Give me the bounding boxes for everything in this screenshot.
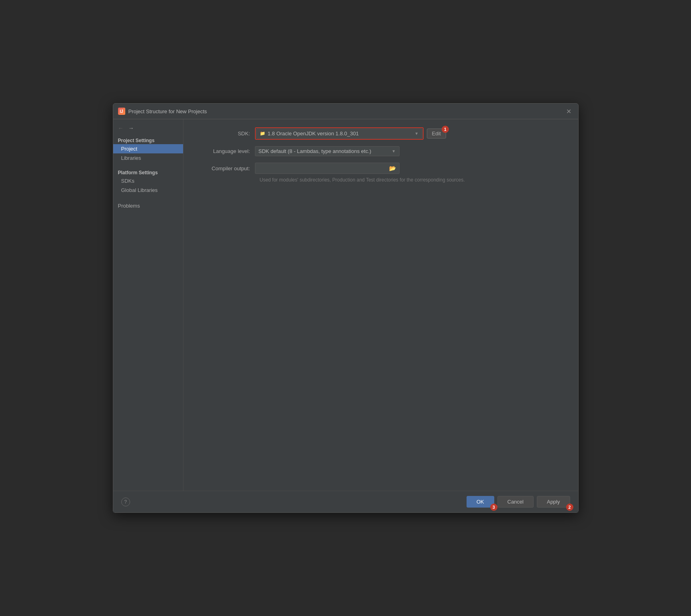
apply-badge: 2 — [566, 504, 573, 511]
apply-button[interactable]: Apply — [537, 496, 570, 508]
sdk-folder-icon: 📁 — [260, 131, 265, 136]
sdk-dropdown-wrapper: 📁 1.8 Oracle OpenJDK version 1.8.0_301 ▼ — [255, 127, 424, 140]
title-bar: IJ Project Structure for New Projects ✕ — [113, 104, 578, 119]
help-button[interactable]: ? — [121, 498, 130, 506]
dialog-footer: ? OK 3 Cancel Apply 2 — [113, 491, 578, 512]
app-icon: IJ — [118, 108, 125, 115]
dialog-title: Project Structure for New Projects — [128, 108, 207, 114]
compiler-controls: 📂 — [255, 163, 408, 174]
compiler-hint: Used for modules' subdirectories, Produc… — [260, 177, 567, 183]
main-content: SDK: 📁 1.8 Oracle OpenJDK version 1.8.0_… — [183, 119, 578, 491]
sidebar-item-sdks[interactable]: SDKs — [113, 176, 183, 186]
sdk-value: 1.8 Oracle OpenJDK version 1.8.0_301 — [268, 131, 359, 137]
nav-controls: ← → — [113, 122, 183, 135]
sidebar-item-libraries[interactable]: Libraries — [113, 153, 183, 163]
language-dropdown-arrow: ▼ — [392, 149, 396, 153]
project-structure-dialog: IJ Project Structure for New Projects ✕ … — [113, 103, 579, 513]
dialog-body: ← → Project Settings Project Libraries P… — [113, 119, 578, 491]
compiler-output-row: Compiler output: 📂 — [195, 163, 567, 174]
apply-wrapper: Apply 2 — [537, 496, 570, 508]
compiler-folder-icon[interactable]: 📂 — [389, 165, 396, 171]
sidebar-item-global-libraries[interactable]: Global Libraries — [113, 186, 183, 195]
platform-settings-label: Platform Settings — [113, 167, 183, 176]
cancel-button[interactable]: Cancel — [497, 496, 534, 508]
compiler-output-label: Compiler output: — [195, 165, 255, 171]
project-settings-label: Project Settings — [113, 135, 183, 144]
sdk-dropdown-arrow: ▼ — [415, 131, 419, 136]
sdk-dropdown[interactable]: 📁 1.8 Oracle OpenJDK version 1.8.0_301 ▼ — [256, 129, 422, 139]
compiler-output-input[interactable]: 📂 — [255, 163, 400, 174]
language-level-label: Language level: — [195, 148, 255, 154]
ok-badge: 3 — [490, 504, 497, 511]
sdk-label: SDK: — [195, 131, 255, 137]
close-button[interactable]: ✕ — [565, 107, 573, 116]
sdk-row: SDK: 📁 1.8 Oracle OpenJDK version 1.8.0_… — [195, 127, 567, 140]
language-level-dropdown[interactable]: SDK default (8 - Lambdas, type annotatio… — [255, 146, 400, 156]
language-level-row: Language level: SDK default (8 - Lambdas… — [195, 146, 567, 156]
sidebar-item-problems[interactable]: Problems — [113, 201, 183, 210]
ok-button[interactable]: OK — [467, 496, 494, 508]
footer-left: ? — [121, 498, 130, 506]
sdk-controls: 📁 1.8 Oracle OpenJDK version 1.8.0_301 ▼… — [255, 127, 567, 140]
edit-button[interactable]: Edit 1 — [427, 129, 446, 139]
forward-button[interactable]: → — [127, 124, 136, 132]
sidebar-item-project[interactable]: Project — [113, 144, 183, 153]
language-level-value: SDK default (8 - Lambdas, type annotatio… — [259, 148, 371, 154]
back-button[interactable]: ← — [116, 124, 125, 132]
title-bar-left: IJ Project Structure for New Projects — [118, 108, 207, 115]
edit-badge: 1 — [442, 126, 449, 133]
ok-wrapper: OK 3 — [467, 496, 494, 508]
sidebar: ← → Project Settings Project Libraries P… — [113, 119, 183, 491]
